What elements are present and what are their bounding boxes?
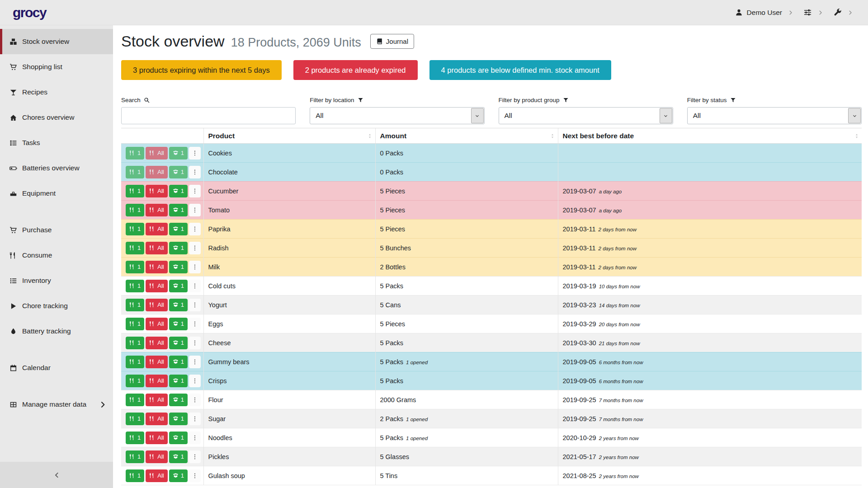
select-caret-button[interactable] (848, 108, 861, 123)
consume-all-button[interactable]: All (146, 318, 167, 330)
more-menu-button[interactable] (189, 223, 201, 235)
sidebar-item-chores-overview[interactable]: Chores overview (0, 105, 113, 130)
open-one-button[interactable]: 1 (169, 280, 188, 292)
open-one-button[interactable]: 1 (169, 432, 188, 444)
open-one-button[interactable]: 1 (169, 469, 188, 482)
consume-one-button[interactable]: 1 (126, 261, 144, 273)
more-menu-button[interactable] (189, 261, 201, 273)
grocy-logo[interactable]: grocy (13, 5, 46, 20)
consume-one-button[interactable]: 1 (126, 469, 144, 482)
filter-select[interactable]: All (310, 107, 484, 124)
consume-all-button[interactable]: All (146, 337, 167, 349)
open-one-button[interactable]: 1 (169, 318, 188, 330)
settings-menu[interactable] (803, 8, 812, 17)
open-one-button[interactable]: 1 (169, 147, 188, 160)
consume-all-button[interactable]: All (146, 223, 167, 235)
open-one-button[interactable]: 1 (169, 413, 188, 425)
more-menu-button[interactable] (189, 356, 201, 368)
more-menu-button[interactable] (189, 469, 201, 482)
sidebar-item-shopping-list[interactable]: Shopping list (0, 54, 113, 80)
consume-all-button[interactable]: All (146, 299, 167, 311)
open-one-button[interactable]: 1 (169, 299, 188, 311)
consume-one-button[interactable]: 1 (126, 337, 144, 349)
consume-all-button[interactable]: All (146, 432, 167, 444)
sidebar-item-tasks[interactable]: Tasks (0, 130, 113, 155)
open-one-button[interactable]: 1 (169, 223, 188, 235)
open-one-button[interactable]: 1 (169, 394, 188, 406)
consume-all-button[interactable]: All (146, 280, 167, 292)
consume-one-button[interactable]: 1 (126, 166, 144, 178)
consume-one-button[interactable]: 1 (126, 356, 144, 368)
alert-badge[interactable]: 2 products are already expired (293, 60, 418, 80)
chevron-down-icon[interactable] (788, 10, 793, 15)
consume-one-button[interactable]: 1 (126, 185, 144, 197)
more-menu-button[interactable] (189, 147, 201, 160)
sidebar-item-batteries-overview[interactable]: Batteries overview (0, 155, 113, 181)
column-header-product[interactable]: Product (203, 128, 375, 144)
more-menu-button[interactable] (189, 394, 201, 406)
consume-all-button[interactable]: All (146, 450, 167, 463)
open-one-button[interactable]: 1 (169, 185, 188, 197)
more-menu-button[interactable] (189, 242, 201, 254)
sidebar-item-consume[interactable]: Consume (0, 243, 113, 268)
filter-select[interactable]: All (687, 107, 862, 124)
consume-one-button[interactable]: 1 (126, 413, 144, 425)
more-menu-button[interactable] (189, 337, 201, 349)
open-one-button[interactable]: 1 (169, 261, 188, 273)
consume-all-button[interactable]: All (146, 166, 167, 178)
filter-select[interactable]: All (499, 107, 673, 124)
consume-all-button[interactable]: All (146, 375, 167, 387)
sidebar-item-purchase[interactable]: Purchase (0, 217, 113, 243)
consume-all-button[interactable]: All (146, 413, 167, 425)
open-one-button[interactable]: 1 (169, 356, 188, 368)
more-menu-button[interactable] (189, 299, 201, 311)
more-menu-button[interactable] (189, 280, 201, 292)
consume-one-button[interactable]: 1 (126, 204, 144, 216)
open-one-button[interactable]: 1 (169, 375, 188, 387)
consume-one-button[interactable]: 1 (126, 394, 144, 406)
consume-one-button[interactable]: 1 (126, 299, 144, 311)
consume-all-button[interactable]: All (146, 356, 167, 368)
select-caret-button[interactable] (660, 108, 672, 123)
consume-all-button[interactable]: All (146, 147, 167, 160)
chevron-down-icon[interactable] (848, 10, 853, 15)
more-menu-button[interactable] (189, 166, 201, 178)
more-menu-button[interactable] (189, 413, 201, 425)
user-menu[interactable]: Demo User (735, 9, 782, 17)
open-one-button[interactable]: 1 (169, 337, 188, 349)
consume-one-button[interactable]: 1 (126, 432, 144, 444)
journal-button[interactable]: Journal (370, 34, 414, 49)
consume-one-button[interactable]: 1 (126, 450, 144, 463)
open-one-button[interactable]: 1 (169, 204, 188, 216)
consume-one-button[interactable]: 1 (126, 242, 144, 254)
alert-badge[interactable]: 4 products are below defined min. stock … (429, 60, 611, 80)
select-caret-button[interactable] (471, 108, 484, 123)
sidebar-item-equipment[interactable]: Equipment (0, 181, 113, 206)
consume-one-button[interactable]: 1 (126, 147, 144, 160)
more-menu-button[interactable] (189, 375, 201, 387)
consume-all-button[interactable]: All (146, 185, 167, 197)
sidebar-item-calendar[interactable]: Calendar (0, 355, 113, 380)
consume-all-button[interactable]: All (146, 469, 167, 482)
sidebar-collapse-button[interactable] (0, 462, 113, 488)
sidebar-item-stock-overview[interactable]: Stock overview (0, 29, 113, 54)
sidebar-item-manage-master-data[interactable]: Manage master data (0, 392, 113, 417)
column-header-amount[interactable]: Amount (375, 128, 558, 144)
consume-one-button[interactable]: 1 (126, 318, 144, 330)
more-menu-button[interactable] (189, 450, 201, 463)
sidebar-item-battery-tracking[interactable]: Battery tracking (0, 319, 113, 344)
column-header-next-best-before-date[interactable]: Next best before date (558, 128, 862, 144)
consume-all-button[interactable]: All (146, 242, 167, 254)
more-menu-button[interactable] (189, 432, 201, 444)
consume-all-button[interactable]: All (146, 204, 167, 216)
consume-all-button[interactable]: All (146, 261, 167, 273)
sidebar-item-recipes[interactable]: Recipes (0, 80, 113, 105)
open-one-button[interactable]: 1 (169, 450, 188, 463)
consume-one-button[interactable]: 1 (126, 223, 144, 235)
open-one-button[interactable]: 1 (169, 242, 188, 254)
consume-one-button[interactable]: 1 (126, 375, 144, 387)
open-one-button[interactable]: 1 (169, 166, 188, 178)
more-menu-button[interactable] (189, 318, 201, 330)
alert-badge[interactable]: 3 products expiring within the next 5 da… (121, 60, 282, 80)
sidebar-item-chore-tracking[interactable]: Chore tracking (0, 293, 113, 319)
